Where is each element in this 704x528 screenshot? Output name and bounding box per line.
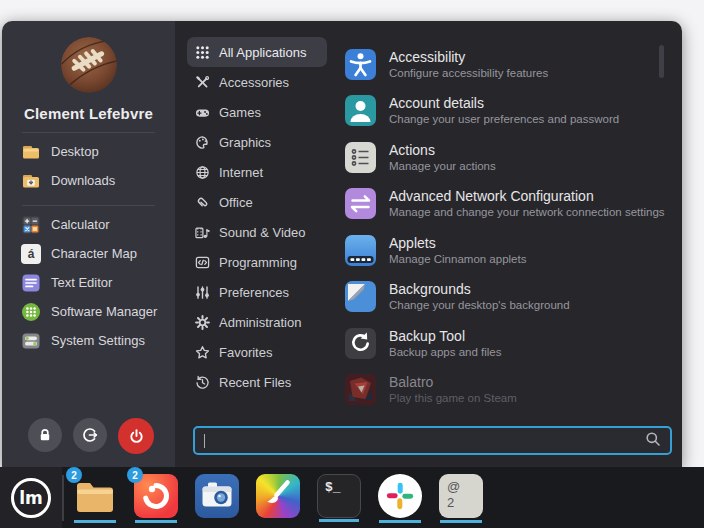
terminal-prompt-glyph: $_: [325, 480, 341, 495]
category-label: Office: [219, 195, 253, 210]
app-advanced-network-configuration[interactable]: Advanced Network Configuration Manage an…: [345, 181, 682, 228]
app-title: Account details: [389, 96, 619, 111]
category-label: Accessories: [219, 75, 289, 90]
sidebar-item-downloads[interactable]: Downloads: [2, 166, 175, 195]
sidebar-item-label: System Settings: [51, 333, 145, 348]
paintbrush-icon: [256, 474, 300, 518]
search-input[interactable]: [209, 433, 645, 448]
text-cursor: [204, 434, 205, 448]
lock-screen-button[interactable]: [28, 418, 62, 452]
lock-icon: [37, 427, 53, 443]
sidebar-item-label: Downloads: [51, 173, 115, 188]
backgrounds-icon: [345, 281, 376, 312]
category-sound-video[interactable]: Sound & Video: [187, 217, 327, 247]
app-account-details[interactable]: Account details Change your user prefere…: [345, 88, 682, 135]
power-button[interactable]: [118, 418, 154, 454]
sidebar-item-label: Text Editor: [51, 275, 112, 290]
app-accessibility[interactable]: Accessibility Configure accessibility fe…: [345, 41, 682, 88]
app-list-scrollbar[interactable]: [659, 45, 664, 78]
files-launcher[interactable]: 2: [73, 474, 117, 518]
folder-icon: [21, 142, 41, 162]
sidebar-item-desktop[interactable]: Desktop: [2, 137, 175, 166]
category-internet[interactable]: Internet: [187, 157, 327, 187]
category-recent-files[interactable]: Recent Files: [187, 367, 327, 397]
sidebar-item-software-manager[interactable]: Software Manager: [2, 297, 175, 326]
category-programming[interactable]: Programming: [187, 247, 327, 277]
system-settings-icon: [21, 331, 41, 351]
app-applets[interactable]: Applets Manage Cinnamon applets: [345, 227, 682, 274]
category-label: Favorites: [219, 345, 272, 360]
sliders-icon: [195, 285, 210, 300]
app-subtitle: Play this game on Steam: [389, 392, 517, 404]
paperclip-icon: [195, 195, 210, 210]
sidebar-item-system-settings[interactable]: System Settings: [2, 326, 175, 355]
calculator-icon: [21, 215, 41, 235]
slack-launcher[interactable]: [378, 474, 422, 518]
sidebar-item-label: Software Manager: [51, 304, 157, 319]
app-title: Advanced Network Configuration: [389, 189, 665, 204]
mail-launcher[interactable]: @ 2: [439, 474, 483, 518]
app-title: Balatro: [389, 375, 517, 390]
category-preferences[interactable]: Preferences: [187, 277, 327, 307]
category-label: Recent Files: [219, 375, 291, 390]
globe-icon: [195, 165, 210, 180]
app-backup-tool[interactable]: Backup Tool Backup apps and files: [345, 320, 682, 367]
sidebar-divider: [22, 205, 155, 206]
firefox-badge: 2: [127, 467, 143, 483]
screenshot-launcher[interactable]: [195, 474, 239, 518]
category-list: All Applications Accessories Games Graph…: [175, 21, 335, 422]
app-title: Applets: [389, 236, 526, 251]
category-label: Preferences: [219, 285, 289, 300]
category-office[interactable]: Office: [187, 187, 327, 217]
session-buttons: [2, 418, 175, 467]
app-subtitle: Configure accessibility features: [389, 67, 548, 79]
category-label: Programming: [219, 255, 297, 270]
app-actions[interactable]: Actions Manage your actions: [345, 134, 682, 181]
taskbar-separator: [62, 475, 64, 521]
firefox-launcher[interactable]: 2: [134, 474, 178, 518]
sidebar-item-text-editor[interactable]: Text Editor: [2, 268, 175, 297]
logout-icon: [82, 427, 98, 443]
terminal-launcher[interactable]: $_: [317, 474, 361, 518]
paint-launcher[interactable]: [256, 474, 300, 518]
menu-main-area: All Applications Accessories Games Graph…: [175, 21, 682, 467]
camera-icon: [195, 474, 239, 518]
film-music-icon: [195, 225, 210, 240]
account-details-icon: [345, 95, 376, 126]
mail-at-glyph: @: [447, 479, 483, 495]
app-title: Backgrounds: [389, 282, 570, 297]
software-manager-icon: [21, 302, 41, 322]
search-bar[interactable]: [193, 426, 672, 455]
category-all-applications[interactable]: All Applications: [187, 37, 327, 67]
category-label: Sound & Video: [219, 225, 306, 240]
gamepad-icon: [195, 105, 210, 120]
category-accessories[interactable]: Accessories: [187, 67, 327, 97]
mint-menu-popup: Clement Lefebvre Desktop Downloads Calcu…: [2, 21, 682, 467]
sidebar-item-label: Desktop: [51, 144, 99, 159]
accessibility-icon: [345, 49, 376, 80]
user-avatar[interactable]: [61, 37, 117, 93]
category-graphics[interactable]: Graphics: [187, 127, 327, 157]
category-administration[interactable]: Administration: [187, 307, 327, 337]
network-configuration-icon: [345, 188, 376, 219]
app-subtitle: Manage and change your network connectio…: [389, 206, 665, 218]
applets-icon: [345, 235, 376, 266]
charmap-glyph: á: [21, 244, 41, 264]
sidebar-divider: [22, 132, 155, 133]
app-title: Backup Tool: [389, 329, 502, 344]
app-balatro[interactable]: Balatro Play this game on Steam: [345, 367, 682, 414]
app-subtitle: Manage your actions: [389, 160, 496, 172]
search-icon: [645, 431, 661, 451]
menu-button[interactable]: lm: [0, 467, 62, 528]
sidebar-item-calculator[interactable]: Calculator: [2, 210, 175, 239]
sidebar-item-character-map[interactable]: á Character Map: [2, 239, 175, 268]
category-label: Graphics: [219, 135, 271, 150]
category-games[interactable]: Games: [187, 97, 327, 127]
user-name: Clement Lefebvre: [24, 105, 153, 122]
gear-icon: [195, 315, 210, 330]
sidebar-item-label: Calculator: [51, 217, 110, 232]
app-title: Accessibility: [389, 50, 548, 65]
app-backgrounds[interactable]: Backgrounds Change your desktop's backgr…: [345, 274, 682, 321]
logout-button[interactable]: [73, 418, 107, 452]
category-favorites[interactable]: Favorites: [187, 337, 327, 367]
